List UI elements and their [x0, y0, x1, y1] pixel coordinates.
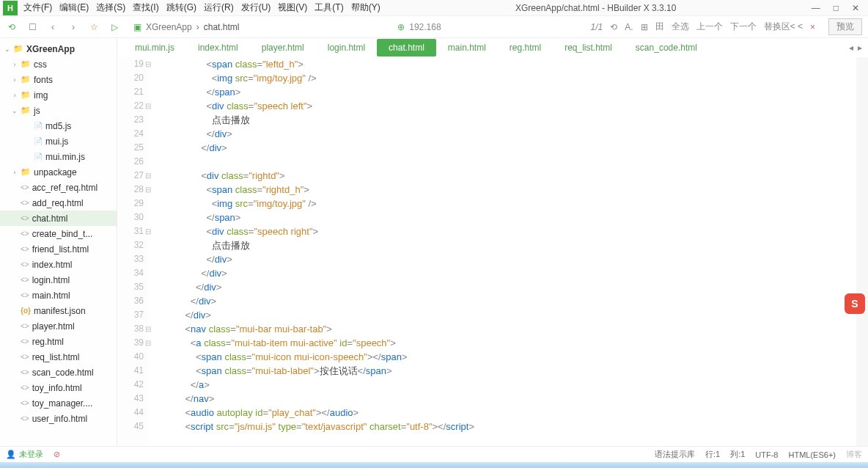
tree-label: friend_list.html	[32, 244, 89, 255]
tree-label: reg.html	[32, 337, 64, 347]
tree-item[interactable]: <>req_list.html	[0, 349, 117, 365]
tree-item[interactable]: <>user_info.html	[0, 411, 117, 426]
forward-icon[interactable]: ›	[67, 22, 79, 32]
tree-label: create_bind_t...	[32, 229, 93, 239]
replace-section[interactable]: 替换区< <	[764, 21, 803, 33]
tree-item[interactable]: <>add_req.html	[0, 195, 117, 211]
tree-label: add_req.html	[32, 198, 84, 208]
menu-item[interactable]: 选择(S)	[96, 1, 125, 14]
tree-item[interactable]: <>acc_ref_req.html	[0, 180, 117, 195]
tree-item[interactable]: ›📁css	[0, 56, 117, 72]
code-icon: <>	[21, 260, 29, 268]
editor-tab[interactable]: chat.html	[377, 39, 436, 56]
tree-item[interactable]: <>toy_info.html	[0, 380, 117, 395]
app-logo: H	[3, 1, 18, 15]
new-icon[interactable]: ☐	[26, 22, 38, 32]
menu-item[interactable]: 跳转(G)	[166, 1, 196, 14]
menu-item[interactable]: 视图(V)	[278, 1, 307, 14]
tree-item[interactable]: <>create_bind_t...	[0, 226, 117, 241]
tree-item[interactable]: ›📁img	[0, 87, 117, 103]
tree-item[interactable]: <>main.html	[0, 288, 117, 303]
tree-item[interactable]: <>chat.html	[0, 211, 117, 226]
tree-item[interactable]: <>player.html	[0, 318, 117, 334]
editor-tab[interactable]: reg.html	[498, 39, 553, 56]
login-status[interactable]: 👤未登录	[6, 449, 43, 460]
editor-tab[interactable]: mui.min.js	[123, 39, 186, 56]
menu-item[interactable]: 查找(I)	[133, 1, 158, 14]
menu-item[interactable]: 帮助(Y)	[351, 1, 380, 14]
prev-match[interactable]: 上一个	[696, 21, 723, 33]
maximize-button[interactable]: □	[834, 3, 839, 13]
syntax-lib[interactable]: 语法提示库	[655, 449, 695, 460]
statusbar: 👤未登录 ⊘ 语法提示库 行:1 列:1 UTF-8 HTML(ES6+) 博客	[0, 446, 868, 462]
tree-item[interactable]: <>index.html	[0, 257, 117, 272]
tree-item[interactable]: <>toy_manager....	[0, 395, 117, 411]
tree-item[interactable]: 📄mui.js	[0, 134, 117, 149]
code-editor[interactable]: 19⊟202122⊟2324252627⊟28⊟293031⊟323334353…	[117, 57, 868, 446]
ip-address[interactable]: 192.168	[409, 22, 441, 32]
tree-label: toy_info.html	[32, 383, 82, 393]
editor-tab[interactable]: req_list.html	[553, 39, 624, 56]
menu-bar: 文件(F)编辑(E)选择(S)查找(I)跳转(G)运行(R)发行(U)视图(V)…	[23, 1, 380, 14]
code-content[interactable]: <span class="leftd_h"> <img src="img/toy…	[148, 57, 856, 446]
tree-item[interactable]: ›📁unpackage	[0, 164, 117, 180]
tree-item[interactable]: <>login.html	[0, 272, 117, 288]
ime-logo[interactable]: S中	[845, 293, 865, 314]
menu-item[interactable]: 编辑(E)	[59, 1, 89, 14]
tree-item[interactable]: <>friend_list.html	[0, 241, 117, 257]
save-icon[interactable]: ⟲	[6, 22, 18, 32]
next-match[interactable]: 下一个	[730, 21, 757, 33]
tree-item[interactable]: ›📁fonts	[0, 72, 117, 87]
menu-item[interactable]: 文件(F)	[23, 1, 52, 14]
language-mode[interactable]: HTML(ES6+)	[789, 450, 836, 459]
error-icon[interactable]: ⊘	[54, 450, 60, 459]
tree-item[interactable]: 📄md5.js	[0, 118, 117, 134]
menu-item[interactable]: 工具(T)	[315, 1, 343, 14]
line-gutter: 19⊟202122⊟2324252627⊟28⊟293031⊟323334353…	[117, 57, 148, 446]
tool-grid1[interactable]: ⊞	[641, 22, 648, 32]
window-title: XGreenApp/chat.html - HBuilder X 3.3.10	[380, 3, 812, 13]
breadcrumb-file[interactable]: chat.html	[204, 22, 240, 32]
editor-tab[interactable]: player.html	[250, 39, 316, 56]
tree-item[interactable]: ⌄📁XGreenApp	[0, 41, 117, 56]
file-icon: 📄	[34, 137, 43, 145]
tree-item[interactable]: {o}manifest.json	[0, 303, 117, 318]
preview-button[interactable]: 预览	[828, 18, 862, 35]
folder-icon: 📁	[21, 106, 31, 115]
file-icon: 📄	[34, 153, 43, 161]
menu-item[interactable]: 发行(U)	[241, 1, 271, 14]
minimize-button[interactable]: —	[812, 3, 820, 13]
code-icon: <>	[21, 353, 29, 361]
tree-item[interactable]: <>reg.html	[0, 334, 117, 349]
menu-item[interactable]: 运行(R)	[204, 1, 234, 14]
tree-label: index.html	[32, 260, 73, 270]
tool-sort[interactable]: A.	[625, 22, 633, 32]
close-search-icon[interactable]: ×	[810, 22, 815, 32]
code-icon: <>	[21, 368, 29, 376]
select-all[interactable]: 全选	[672, 21, 689, 33]
tab-right-icon[interactable]: ▸	[858, 43, 862, 53]
tree-item[interactable]: ⌄📁js	[0, 103, 117, 118]
editor-tab[interactable]: index.html	[186, 39, 250, 56]
star-icon[interactable]: ☆	[88, 22, 100, 32]
tool-grid2[interactable]: 田	[655, 21, 664, 33]
toolbar: ⟲ ☐ ‹ › ☆ ▷ ▣ XGreenApp › chat.html ⊕ 19…	[0, 16, 868, 38]
editor-tab[interactable]: main.html	[436, 39, 498, 56]
run-icon[interactable]: ▷	[108, 22, 120, 32]
editor-tab[interactable]: scan_code.html	[624, 39, 709, 56]
editor-tab[interactable]: login.html	[316, 39, 377, 56]
scrollbar[interactable]	[856, 57, 868, 446]
breadcrumb-project[interactable]: XGreenApp	[146, 22, 192, 32]
code-icon: <>	[21, 183, 29, 191]
tree-label: XGreenApp	[26, 44, 75, 54]
tool-reload[interactable]: ⟲	[610, 22, 617, 32]
tree-label: fonts	[34, 75, 53, 85]
tree-item[interactable]: 📄mui.min.js	[0, 149, 117, 164]
tree-item[interactable]: <>scan_code.html	[0, 365, 117, 380]
tab-left-icon[interactable]: ◂	[849, 43, 853, 53]
close-button[interactable]: ✕	[852, 3, 859, 13]
folder-icon: 📁	[21, 167, 31, 177]
user-icon: 👤	[6, 450, 16, 459]
encoding[interactable]: UTF-8	[755, 450, 778, 459]
back-icon[interactable]: ‹	[47, 22, 59, 32]
